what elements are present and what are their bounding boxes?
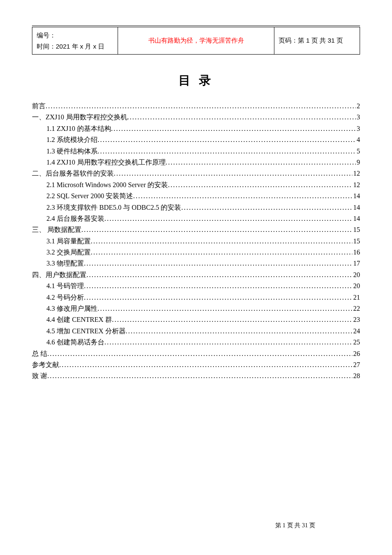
toc-leader-dots xyxy=(81,224,352,235)
toc-leader-dots xyxy=(86,269,352,280)
toc-entry-label: 4.5 增加 CENTREX 分析器 xyxy=(46,326,126,337)
toc-entry: 四、用户数据配置20 xyxy=(32,269,360,280)
toc-entry-page: 2 xyxy=(356,101,360,112)
header-table: 编号： 时间：2021 年 x 月 x 日 书山有路勤为径，学海无涯苦作舟 页码… xyxy=(32,27,360,55)
toc-entry: 2.4 后台服务器安装14 xyxy=(32,213,360,224)
toc-entry: 4.4 创建 CENTREX 群 23 xyxy=(32,314,360,325)
toc-entry-page: 22 xyxy=(352,303,360,314)
toc-leader-dots xyxy=(98,134,356,145)
toc-entry-label: 2.4 后台服务器安装 xyxy=(46,213,104,224)
toc-entry-label: 4.6 创建简易话务台 xyxy=(46,337,104,348)
toc-entry-page: 26 xyxy=(352,348,360,359)
header-left-cell: 编号： 时间：2021 年 x 月 x 日 xyxy=(32,27,118,55)
toc-entry: 1.2 系统模块介绍 4 xyxy=(32,134,360,145)
toc-entry: 4.6 创建简易话务台 25 xyxy=(32,337,360,348)
toc-title: 目 录 xyxy=(32,72,360,89)
toc-leader-dots xyxy=(84,258,352,269)
toc-entry: 2.2 SQL Server 2000 安装简述14 xyxy=(32,191,360,202)
toc-leader-dots xyxy=(84,280,352,292)
toc-entry-label: 二、后台服务器软件的安装 xyxy=(32,168,114,179)
toc-entry: 参考文献27 xyxy=(32,359,360,370)
toc-entry: 三、 局数据配置15 xyxy=(32,224,360,235)
toc-entry-page: 14 xyxy=(352,213,360,224)
toc-entry-label: 4.3 修改用户属性 xyxy=(46,303,98,314)
toc-entry-page: 24 xyxy=(352,326,360,337)
toc-entry: 4.2 号码分析21 xyxy=(32,292,360,303)
toc-leader-dots xyxy=(98,303,352,314)
table-of-contents: 前言2一、ZXJ10 局用数字程控交换机 31.1 ZXJ10 的基本结构31.… xyxy=(32,101,360,382)
toc-entry-page: 15 xyxy=(352,224,360,235)
toc-entry-page: 20 xyxy=(352,269,360,280)
toc-leader-dots xyxy=(104,337,352,348)
page-value: 第 1 页 共 31 页 xyxy=(298,37,343,44)
toc-entry: 致 谢28 xyxy=(32,370,360,382)
toc-entry: 1.1 ZXJ10 的基本结构3 xyxy=(32,123,360,134)
toc-entry: 3.3 物理配置17 xyxy=(32,258,360,269)
toc-entry-page: 12 xyxy=(352,168,360,179)
toc-leader-dots xyxy=(59,359,352,370)
toc-entry-label: 1.2 系统模块介绍 xyxy=(46,134,98,145)
toc-entry: 1.3 硬件结构体系5 xyxy=(32,146,360,157)
toc-entry: 2.3 环境支撑软件 BDE5.0 与 ODBC2.5 的安装 14 xyxy=(32,202,360,213)
toc-entry-label: 总 结 xyxy=(32,348,47,359)
toc-entry-label: 4.1 号码管理 xyxy=(46,280,84,292)
toc-leader-dots xyxy=(47,348,352,359)
toc-entry-label: 一、ZXJ10 局用数字程控交换机 xyxy=(32,112,127,123)
toc-leader-dots xyxy=(127,112,356,123)
toc-leader-dots xyxy=(112,314,352,325)
toc-entry: 3.2 交换局配置16 xyxy=(32,247,360,258)
toc-entry-label: 致 谢 xyxy=(32,370,47,382)
toc-entry-label: 3.2 交换局配置 xyxy=(46,247,91,258)
toc-entry-label: 3.3 物理配置 xyxy=(46,258,84,269)
toc-entry-label: 4.2 号码分析 xyxy=(46,292,84,303)
toc-entry: 一、ZXJ10 局用数字程控交换机 3 xyxy=(32,112,360,123)
toc-leader-dots xyxy=(133,191,352,202)
toc-entry: 前言2 xyxy=(32,101,360,112)
header-right-cell: 页码：第 1 页 共 31 页 xyxy=(274,27,360,55)
toc-entry-label: 三、 局数据配置 xyxy=(32,224,81,235)
toc-entry: 4.3 修改用户属性22 xyxy=(32,303,360,314)
toc-leader-dots xyxy=(84,292,352,303)
toc-leader-dots xyxy=(47,370,352,382)
toc-entry: 4.1 号码管理20 xyxy=(32,280,360,292)
document-page: 编号： 时间：2021 年 x 月 x 日 书山有路勤为径，学海无涯苦作舟 页码… xyxy=(0,0,392,555)
toc-entry-page: 14 xyxy=(352,191,360,202)
toc-entry-label: 四、用户数据配置 xyxy=(32,269,86,280)
toc-leader-dots xyxy=(91,247,352,258)
doc-time-line: 时间：2021 年 x 月 x 日 xyxy=(37,41,113,52)
toc-entry-label: 3.1 局容量配置 xyxy=(46,236,91,247)
toc-entry-page: 3 xyxy=(356,112,360,123)
toc-leader-dots xyxy=(91,236,352,247)
toc-leader-dots xyxy=(126,326,352,337)
toc-entry: 二、后台服务器软件的安装12 xyxy=(32,168,360,179)
toc-entry-page: 23 xyxy=(352,314,360,325)
header-motto-cell: 书山有路勤为径，学海无涯苦作舟 xyxy=(118,27,274,55)
toc-entry-page: 28 xyxy=(352,370,360,382)
toc-entry-page: 25 xyxy=(352,337,360,348)
toc-entry-page: 16 xyxy=(352,247,360,258)
toc-entry-label: 参考文献 xyxy=(32,359,59,370)
toc-entry: 1.4 ZXJ10 局用数字程控交换机工作原理9 xyxy=(32,157,360,168)
toc-entry: 2.1 Microsoft Windows 2000 Server 的安装 12 xyxy=(32,179,360,191)
toc-leader-dots xyxy=(104,213,352,224)
toc-leader-dots xyxy=(114,168,352,179)
toc-leader-dots xyxy=(111,123,356,134)
top-border-line xyxy=(32,26,360,26)
toc-entry-label: 2.2 SQL Server 2000 安装简述 xyxy=(46,191,133,202)
page-label: 页码： xyxy=(279,37,298,44)
toc-entry-label: 1.3 硬件结构体系 xyxy=(46,146,98,157)
toc-entry-page: 5 xyxy=(356,146,360,157)
doc-id-line: 编号： xyxy=(37,30,113,41)
toc-entry-label: 2.1 Microsoft Windows 2000 Server 的安装 xyxy=(46,179,168,191)
toc-entry-page: 4 xyxy=(356,134,360,145)
toc-entry-label: 前言 xyxy=(32,101,46,112)
toc-leader-dots xyxy=(168,179,352,191)
toc-entry-page: 3 xyxy=(356,123,360,134)
toc-leader-dots xyxy=(46,101,356,112)
header-motto: 书山有路勤为径，学海无涯苦作舟 xyxy=(148,37,244,44)
toc-entry: 总 结26 xyxy=(32,348,360,359)
time-value: 2021 年 x 月 x 日 xyxy=(56,43,104,50)
toc-entry-label: 1.4 ZXJ10 局用数字程控交换机工作原理 xyxy=(46,157,166,168)
toc-leader-dots xyxy=(166,157,356,168)
toc-entry-label: 1.1 ZXJ10 的基本结构 xyxy=(46,123,111,134)
